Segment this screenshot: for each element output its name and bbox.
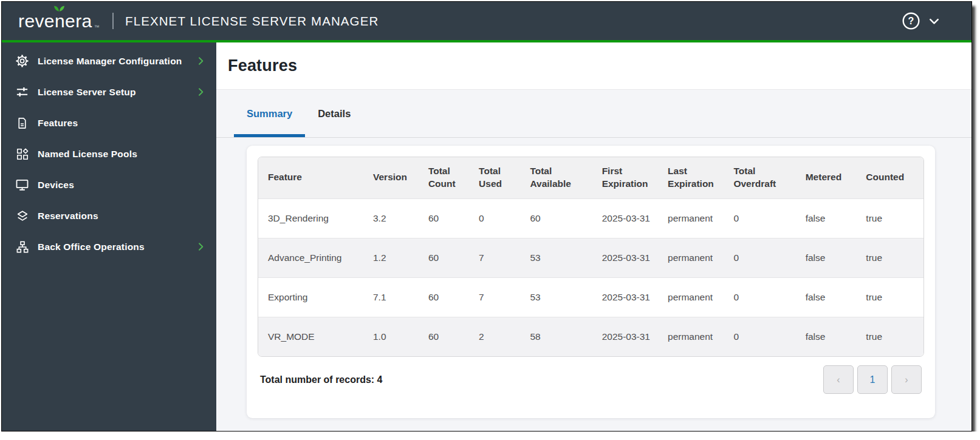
sidebar-item-label: License Manager Configuration <box>38 56 182 67</box>
sidebar-item-license-server-setup[interactable]: License Server Setup <box>2 76 216 107</box>
cell-feature: VR_MODE <box>258 317 363 356</box>
tab-bar: SummaryDetails <box>216 90 971 138</box>
cell-total-available: 58 <box>520 317 592 356</box>
cell-total-used: 7 <box>469 277 520 317</box>
cell-first-expiration: 2025-03-31 <box>592 198 658 238</box>
tab-summary[interactable]: Summary <box>234 90 305 137</box>
leaf-icon <box>53 4 65 12</box>
pagination-page-1-button[interactable]: 1 <box>857 365 888 394</box>
sidebar-item-label: Devices <box>38 180 74 191</box>
column-header-total-overdraft: Total Overdraft <box>724 157 795 198</box>
sitemap-icon <box>15 240 30 254</box>
logo-divider <box>112 13 114 29</box>
table-row-vr-mode: VR_MODE1.0602582025-03-31permanent0false… <box>258 317 923 356</box>
pagination-prev-button[interactable]: ‹ <box>823 365 854 394</box>
cell-metered: false <box>796 238 857 277</box>
top-bar: revenera ™ FLEXNET LICENSE SERVER MANAGE… <box>2 2 971 40</box>
cell-first-expiration: 2025-03-31 <box>592 317 658 356</box>
cell-total-count: 60 <box>419 317 469 356</box>
page-title: Features <box>228 56 297 75</box>
sidebar-nav: License Manager ConfigurationLicense Ser… <box>2 42 216 432</box>
column-header-total-available: Total Available <box>520 157 592 198</box>
cell-feature: Advance_Printing <box>258 238 363 277</box>
sidebar-item-named-license-pools[interactable]: Named License Pools <box>2 138 216 169</box>
cell-counted: true <box>856 317 923 356</box>
column-header-version: Version <box>363 157 419 198</box>
cell-last-expiration: permanent <box>658 198 724 238</box>
cell-total-overdraft: 0 <box>724 238 795 277</box>
cell-total-count: 60 <box>419 198 469 238</box>
monitor-icon <box>15 178 30 192</box>
column-header-metered: Metered <box>796 157 857 198</box>
cell-metered: false <box>796 277 857 317</box>
cell-version: 3.2 <box>363 198 419 238</box>
cell-version: 1.2 <box>363 238 419 277</box>
chevron-right-icon <box>196 87 206 97</box>
tab-details[interactable]: Details <box>305 90 363 137</box>
column-header-counted: Counted <box>856 157 923 198</box>
cell-first-expiration: 2025-03-31 <box>592 238 658 277</box>
sidebar-item-license-manager-configuration[interactable]: License Manager Configuration <box>2 46 216 76</box>
column-header-first-expiration: First Expiration <box>592 157 658 198</box>
sidebar-item-features[interactable]: Features <box>2 107 216 138</box>
logo-n: n <box>55 11 65 32</box>
chevron-down-icon <box>927 14 941 28</box>
revenera-logo: revenera ™ <box>18 11 100 32</box>
sidebar-item-reservations[interactable]: Reservations <box>2 200 216 231</box>
top-bar-actions: ? <box>902 12 941 30</box>
cell-total-used: 0 <box>469 198 520 238</box>
table-body: 3D_Rendering3.2600602025-03-31permanent0… <box>258 198 923 356</box>
cell-counted: true <box>856 238 923 277</box>
cell-feature: Exporting <box>258 277 363 317</box>
main-panel: Features SummaryDetails FeatureVersionTo… <box>216 42 971 432</box>
cell-total-used: 7 <box>469 238 520 277</box>
column-header-feature: Feature <box>258 157 363 198</box>
svg-text:?: ? <box>908 16 914 26</box>
document-icon <box>15 117 30 130</box>
cell-total-available: 53 <box>520 238 592 277</box>
column-header-last-expiration: Last Expiration <box>658 157 724 198</box>
cell-total-count: 60 <box>419 277 469 317</box>
help-button[interactable]: ? <box>902 12 920 30</box>
gear-icon <box>15 54 30 68</box>
sidebar-item-label: Features <box>38 118 78 129</box>
chevron-right-icon <box>196 56 206 66</box>
cell-total-used: 2 <box>469 317 520 356</box>
logo-text-post: era <box>65 11 92 32</box>
cell-total-overdraft: 0 <box>724 198 795 238</box>
app-window: revenera ™ FLEXNET LICENSE SERVER MANAGE… <box>1 1 972 432</box>
features-table: FeatureVersionTotal CountTotal UsedTotal… <box>258 157 923 356</box>
sidebar-item-devices[interactable]: Devices <box>2 169 216 200</box>
table-row-3d-rendering: 3D_Rendering3.2600602025-03-31permanent0… <box>258 198 923 238</box>
pagination: ‹ 1 › <box>823 365 922 394</box>
cell-last-expiration: permanent <box>658 317 724 356</box>
cell-counted: true <box>856 198 923 238</box>
features-card: FeatureVersionTotal CountTotal UsedTotal… <box>247 146 935 418</box>
column-header-total-count: Total Count <box>419 157 469 198</box>
cell-counted: true <box>856 277 923 317</box>
help-icon: ? <box>902 12 920 30</box>
account-menu-button[interactable] <box>927 14 941 28</box>
table-header-row: FeatureVersionTotal CountTotal UsedTotal… <box>258 157 923 198</box>
records-count-label: Total number of records: 4 <box>260 374 383 385</box>
layers-icon <box>15 209 30 223</box>
column-header-total-used: Total Used <box>469 157 520 198</box>
table-footer: Total number of records: 4 ‹ 1 › <box>258 365 924 394</box>
logo-text-pre: reve <box>18 11 55 32</box>
cell-total-available: 60 <box>520 198 592 238</box>
cell-version: 7.1 <box>363 277 419 317</box>
cell-total-overdraft: 0 <box>724 317 795 356</box>
sliders-icon <box>15 85 30 99</box>
cell-metered: false <box>796 317 857 356</box>
cell-total-count: 60 <box>419 238 469 277</box>
sidebar-item-label: License Server Setup <box>38 87 136 98</box>
cell-first-expiration: 2025-03-31 <box>592 277 658 317</box>
pagination-next-button[interactable]: › <box>891 365 922 394</box>
features-table-wrap: FeatureVersionTotal CountTotal UsedTotal… <box>258 157 924 357</box>
sidebar-item-back-office-operations[interactable]: Back Office Operations <box>2 231 216 262</box>
cell-last-expiration: permanent <box>658 277 724 317</box>
trademark-symbol: ™ <box>94 24 100 30</box>
cell-feature: 3D_Rendering <box>258 198 363 238</box>
sidebar-item-label: Back Office Operations <box>38 242 145 252</box>
pools-icon <box>15 147 30 161</box>
